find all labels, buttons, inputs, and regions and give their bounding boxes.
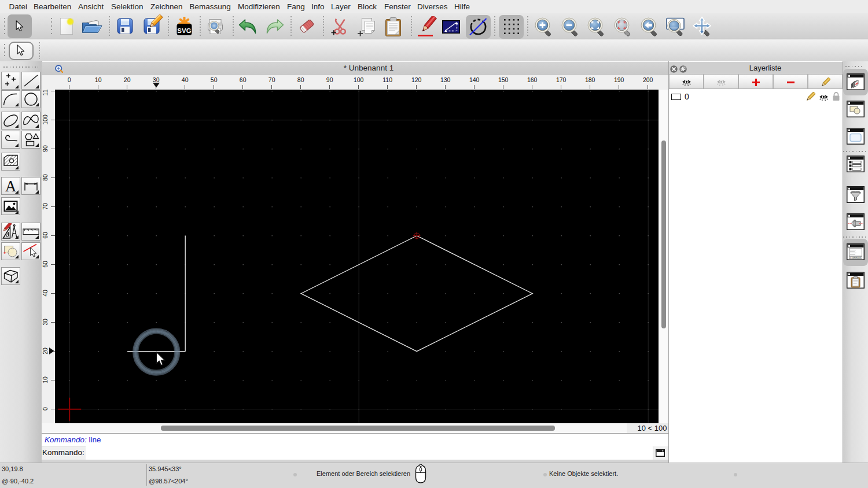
svg-text:SVG: SVG: [177, 27, 191, 34]
svg-text:c command: c command: [850, 257, 861, 259]
